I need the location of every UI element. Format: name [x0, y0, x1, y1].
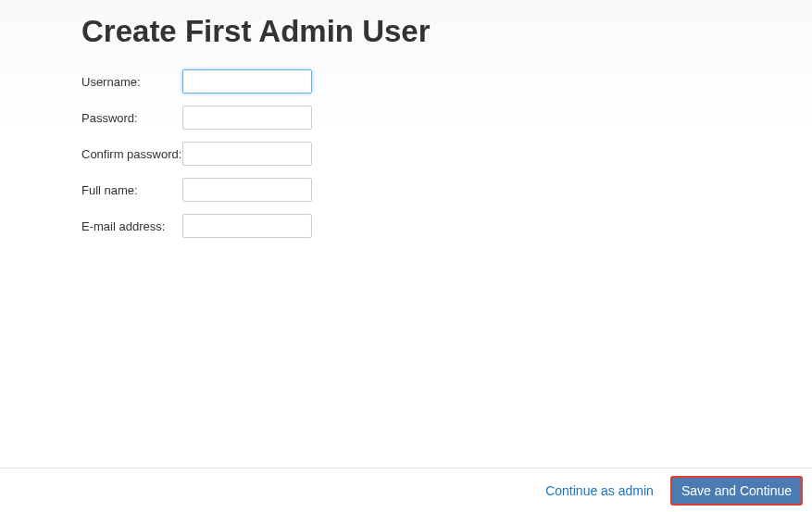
confirm-password-label: Confirm password: [81, 147, 182, 161]
password-row: Password: [81, 106, 812, 130]
email-row: E-mail address: [81, 214, 812, 238]
confirm-password-input[interactable] [182, 142, 312, 166]
email-label: E-mail address: [81, 219, 182, 233]
password-input[interactable] [182, 106, 312, 130]
fullname-input[interactable] [182, 178, 312, 202]
password-label: Password: [81, 111, 182, 125]
username-input[interactable] [182, 69, 312, 94]
page-title: Create First Admin User [81, 14, 812, 49]
confirm-password-row: Confirm password: [81, 142, 812, 166]
email-input[interactable] [182, 214, 312, 238]
footer-bar: Continue as admin Save and Continue [0, 468, 812, 512]
username-label: Username: [81, 75, 182, 89]
fullname-row: Full name: [81, 178, 812, 202]
continue-as-admin-link[interactable]: Continue as admin [545, 483, 654, 498]
save-and-continue-button[interactable]: Save and Continue [670, 476, 803, 506]
admin-user-form: Username: Password: Confirm password: Fu… [81, 69, 812, 238]
username-row: Username: [81, 69, 812, 94]
fullname-label: Full name: [81, 183, 182, 197]
